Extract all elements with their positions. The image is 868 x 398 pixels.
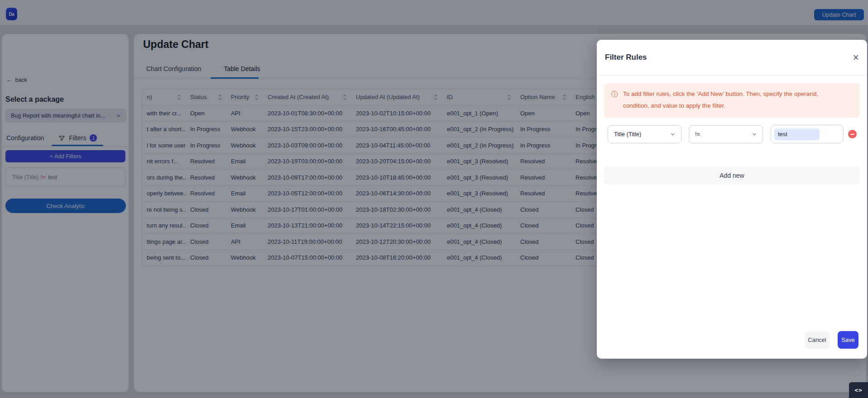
modal-footer: Cancel Save: [805, 331, 858, 349]
info-banner: ⓘ To add filter rules, click the 'Add Ne…: [604, 83, 860, 118]
value-input[interactable]: [774, 128, 820, 140]
modal-title: Filter Rules: [605, 53, 647, 62]
modal-header: Filter Rules ×: [597, 40, 867, 76]
operand-select-value: Title (Title): [614, 131, 641, 137]
save-button[interactable]: Save: [838, 331, 858, 349]
info-icon: ⓘ: [611, 88, 618, 100]
chevron-down-icon: [752, 132, 757, 137]
filter-rules-modal: Filter Rules × ⓘ To add filter rules, cl…: [597, 40, 867, 359]
remove-rule-button[interactable]: [848, 130, 857, 138]
cancel-button[interactable]: Cancel: [805, 332, 830, 349]
chevron-down-icon: [671, 132, 675, 137]
info-banner-text: To add filter rules, click the 'Add New'…: [623, 88, 841, 112]
code-toggle-button[interactable]: <>: [849, 382, 868, 398]
close-icon[interactable]: ×: [853, 52, 859, 63]
operand-select[interactable]: Title (Title): [608, 125, 681, 143]
add-new-button[interactable]: Add new: [604, 166, 860, 185]
condition-select[interactable]: !=: [689, 125, 763, 143]
condition-select-value: !=: [695, 131, 700, 137]
value-field-wrapper: [771, 125, 844, 143]
filter-rule-row: Title (Title) !=: [608, 125, 857, 143]
